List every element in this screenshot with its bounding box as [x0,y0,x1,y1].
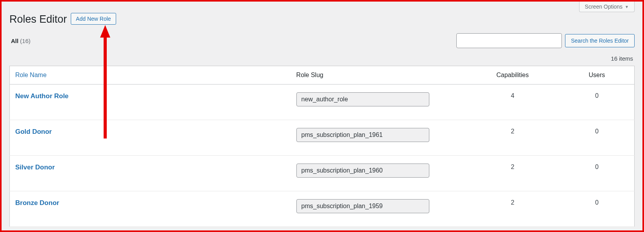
role-slug-cell: new_author_role [291,85,466,120]
role-slug-box: pms_subscription_plan_1960 [296,164,429,178]
role-name-cell: Bronze Donor [10,191,291,227]
column-header-slug: Role Slug [291,66,466,85]
role-name-link[interactable]: Silver Donor [15,164,55,171]
role-capabilities-cell: 4 [466,85,560,120]
items-count: 16 items [611,55,633,62]
table-row: Bronze Donorpms_subscription_plan_195920 [10,191,635,227]
screen-options-tab[interactable]: Screen Options ▼ [579,2,635,12]
column-header-users: Users [560,66,635,85]
table-row: New Author Rolenew_author_role40 [10,85,635,120]
filter-count: (16) [20,38,30,44]
role-name-cell: Gold Donor [10,120,291,156]
role-name-link[interactable]: Gold Donor [15,128,52,135]
role-slug-cell: pms_subscription_plan_1961 [291,120,466,156]
search-button[interactable]: Search the Roles Editor [565,34,635,47]
chevron-down-icon: ▼ [625,5,629,9]
role-capabilities-cell: 2 [466,156,560,191]
roles-table: Role Name Role Slug Capabilities Users N… [9,66,635,227]
page-title: Roles Editor [9,13,67,26]
role-users-cell: 0 [560,120,635,156]
role-capabilities-cell: 2 [466,120,560,156]
column-header-name[interactable]: Role Name [10,66,291,85]
add-new-role-button[interactable]: Add New Role [71,13,116,25]
role-name-link[interactable]: New Author Role [15,92,68,100]
table-row: Gold Donorpms_subscription_plan_196120 [10,120,635,156]
role-users-cell: 0 [560,156,635,191]
role-slug-cell: pms_subscription_plan_1959 [291,191,466,227]
table-row: Silver Donorpms_subscription_plan_196020 [10,156,635,191]
filter-label: All [11,38,18,44]
role-name-link[interactable]: Bronze Donor [15,199,59,207]
screen-options-label: Screen Options [585,4,623,10]
role-users-cell: 0 [560,191,635,227]
role-slug-box: pms_subscription_plan_1961 [296,128,429,142]
role-name-cell: New Author Role [10,85,291,120]
column-header-capabilities: Capabilities [466,66,560,85]
search-input[interactable] [456,33,562,48]
role-users-cell: 0 [560,85,635,120]
role-name-cell: Silver Donor [10,156,291,191]
filter-all[interactable]: All (16) [9,38,30,44]
role-slug-box: pms_subscription_plan_1959 [296,199,429,213]
role-slug-cell: pms_subscription_plan_1960 [291,156,466,191]
role-slug-box: new_author_role [296,92,429,106]
role-capabilities-cell: 2 [466,191,560,227]
